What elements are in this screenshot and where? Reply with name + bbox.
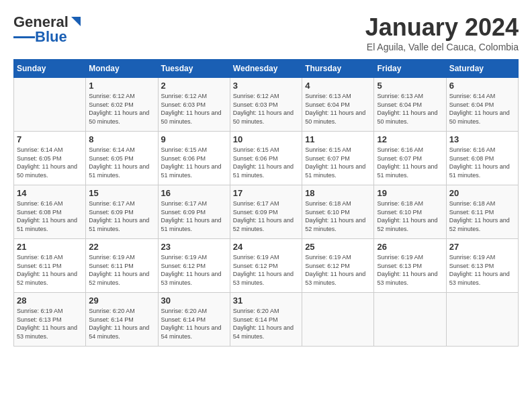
header-day-sunday: Sunday [14, 60, 86, 78]
day-number: 5 [377, 81, 443, 91]
calendar-cell: 20Sunrise: 6:18 AMSunset: 6:11 PMDayligh… [446, 185, 518, 239]
cell-info: Sunrise: 6:20 AMSunset: 6:14 PMDaylight:… [89, 308, 149, 340]
cell-info: Sunrise: 6:15 AMSunset: 6:07 PMDaylight:… [305, 146, 365, 179]
cell-info: Sunrise: 6:13 AMSunset: 6:04 PMDaylight:… [305, 93, 365, 125]
calendar-cell [302, 293, 374, 347]
calendar-cell: 8Sunrise: 6:14 AMSunset: 6:05 PMDaylight… [86, 132, 158, 185]
day-number: 13 [449, 134, 515, 144]
cell-info: Sunrise: 6:18 AMSunset: 6:10 PMDaylight:… [305, 200, 365, 232]
day-number: 31 [233, 295, 299, 306]
calendar-table: SundayMondayTuesdayWednesdayThursdayFrid… [13, 59, 519, 347]
calendar-cell: 4Sunrise: 6:13 AMSunset: 6:04 PMDaylight… [302, 78, 374, 132]
cell-info: Sunrise: 6:19 AMSunset: 6:12 PMDaylight:… [233, 254, 294, 286]
cell-info: Sunrise: 6:14 AMSunset: 6:04 PMDaylight:… [449, 93, 510, 125]
cell-info: Sunrise: 6:19 AMSunset: 6:12 PMDaylight:… [161, 254, 222, 286]
calendar-cell: 6Sunrise: 6:14 AMSunset: 6:04 PMDaylight… [446, 78, 518, 132]
header-day-tuesday: Tuesday [158, 60, 230, 78]
cell-info: Sunrise: 6:13 AMSunset: 6:04 PMDaylight:… [377, 93, 437, 125]
cell-info: Sunrise: 6:17 AMSunset: 6:09 PMDaylight:… [89, 200, 149, 232]
cell-info: Sunrise: 6:16 AMSunset: 6:07 PMDaylight:… [377, 146, 437, 179]
calendar-cell: 19Sunrise: 6:18 AMSunset: 6:10 PMDayligh… [374, 185, 446, 239]
calendar-cell: 2Sunrise: 6:12 AMSunset: 6:03 PMDaylight… [158, 78, 230, 132]
calendar-week-3: 14Sunrise: 6:16 AMSunset: 6:08 PMDayligh… [14, 185, 519, 239]
day-number: 6 [449, 81, 515, 91]
calendar-week-2: 7Sunrise: 6:14 AMSunset: 6:05 PMDaylight… [14, 132, 519, 185]
header-day-wednesday: Wednesday [230, 60, 302, 78]
calendar-cell: 30Sunrise: 6:20 AMSunset: 6:14 PMDayligh… [158, 293, 230, 347]
calendar-header-row: SundayMondayTuesdayWednesdayThursdayFrid… [14, 60, 519, 78]
calendar-cell: 1Sunrise: 6:12 AMSunset: 6:02 PMDaylight… [86, 78, 158, 132]
calendar-cell [446, 293, 518, 347]
cell-info: Sunrise: 6:12 AMSunset: 6:03 PMDaylight:… [161, 93, 222, 125]
calendar-cell: 11Sunrise: 6:15 AMSunset: 6:07 PMDayligh… [302, 132, 374, 185]
cell-info: Sunrise: 6:12 AMSunset: 6:03 PMDaylight:… [233, 93, 294, 125]
calendar-cell: 13Sunrise: 6:16 AMSunset: 6:08 PMDayligh… [446, 132, 518, 185]
header-day-friday: Friday [374, 60, 446, 78]
calendar-cell [14, 78, 86, 132]
cell-info: Sunrise: 6:19 AMSunset: 6:12 PMDaylight:… [305, 254, 365, 286]
calendar-cell: 15Sunrise: 6:17 AMSunset: 6:09 PMDayligh… [86, 185, 158, 239]
cell-info: Sunrise: 6:14 AMSunset: 6:05 PMDaylight:… [17, 146, 77, 179]
calendar-cell: 27Sunrise: 6:19 AMSunset: 6:13 PMDayligh… [446, 239, 518, 293]
calendar-cell: 5Sunrise: 6:13 AMSunset: 6:04 PMDaylight… [374, 78, 446, 132]
day-number: 21 [17, 242, 83, 252]
day-number: 12 [377, 134, 443, 144]
svg-marker-0 [71, 17, 81, 26]
day-number: 25 [305, 242, 371, 252]
calendar-cell: 29Sunrise: 6:20 AMSunset: 6:14 PMDayligh… [86, 293, 158, 347]
cell-info: Sunrise: 6:12 AMSunset: 6:02 PMDaylight:… [89, 93, 149, 125]
day-number: 16 [161, 188, 227, 198]
title-block: January 2024 El Aguila, Valle del Cauca,… [365, 13, 519, 52]
calendar-cell: 26Sunrise: 6:19 AMSunset: 6:13 PMDayligh… [374, 239, 446, 293]
cell-info: Sunrise: 6:16 AMSunset: 6:08 PMDaylight:… [449, 146, 510, 179]
cell-info: Sunrise: 6:19 AMSunset: 6:13 PMDaylight:… [377, 254, 437, 286]
calendar-cell: 12Sunrise: 6:16 AMSunset: 6:07 PMDayligh… [374, 132, 446, 185]
day-number: 4 [305, 81, 371, 91]
calendar-week-1: 1Sunrise: 6:12 AMSunset: 6:02 PMDaylight… [14, 78, 519, 132]
calendar-cell: 9Sunrise: 6:15 AMSunset: 6:06 PMDaylight… [158, 132, 230, 185]
header-day-saturday: Saturday [446, 60, 518, 78]
day-number: 1 [89, 81, 154, 91]
day-number: 20 [449, 188, 515, 198]
header-day-monday: Monday [86, 60, 158, 78]
logo: General Blue [13, 13, 82, 46]
calendar-cell: 25Sunrise: 6:19 AMSunset: 6:12 PMDayligh… [302, 239, 374, 293]
day-number: 27 [449, 242, 515, 252]
logo-arrow-icon [69, 15, 82, 29]
calendar-cell: 14Sunrise: 6:16 AMSunset: 6:08 PMDayligh… [14, 185, 86, 239]
cell-info: Sunrise: 6:16 AMSunset: 6:08 PMDaylight:… [17, 200, 77, 232]
cell-info: Sunrise: 6:18 AMSunset: 6:11 PMDaylight:… [17, 254, 77, 286]
day-number: 10 [233, 134, 299, 144]
cell-info: Sunrise: 6:17 AMSunset: 6:09 PMDaylight:… [161, 200, 222, 232]
day-number: 30 [161, 295, 227, 306]
cell-info: Sunrise: 6:19 AMSunset: 6:13 PMDaylight:… [449, 254, 510, 286]
cell-info: Sunrise: 6:20 AMSunset: 6:14 PMDaylight:… [161, 308, 222, 340]
day-number: 7 [17, 134, 83, 144]
day-number: 26 [377, 242, 443, 252]
day-number: 17 [233, 188, 299, 198]
calendar-week-4: 21Sunrise: 6:18 AMSunset: 6:11 PMDayligh… [14, 239, 519, 293]
cell-info: Sunrise: 6:19 AMSunset: 6:13 PMDaylight:… [17, 308, 77, 340]
logo-blue: Blue [35, 28, 67, 46]
cell-info: Sunrise: 6:18 AMSunset: 6:11 PMDaylight:… [449, 200, 510, 232]
calendar-cell: 17Sunrise: 6:17 AMSunset: 6:09 PMDayligh… [230, 185, 302, 239]
calendar-cell: 23Sunrise: 6:19 AMSunset: 6:12 PMDayligh… [158, 239, 230, 293]
day-number: 24 [233, 242, 299, 252]
day-number: 15 [89, 188, 154, 198]
day-number: 2 [161, 81, 227, 91]
calendar-cell: 7Sunrise: 6:14 AMSunset: 6:05 PMDaylight… [14, 132, 86, 185]
calendar-cell: 31Sunrise: 6:20 AMSunset: 6:14 PMDayligh… [230, 293, 302, 347]
cell-info: Sunrise: 6:14 AMSunset: 6:05 PMDaylight:… [89, 146, 149, 179]
location: El Aguila, Valle del Cauca, Colombia [365, 42, 519, 52]
cell-info: Sunrise: 6:17 AMSunset: 6:09 PMDaylight:… [233, 200, 294, 232]
calendar-cell: 10Sunrise: 6:15 AMSunset: 6:06 PMDayligh… [230, 132, 302, 185]
day-number: 8 [89, 134, 154, 144]
calendar-cell: 16Sunrise: 6:17 AMSunset: 6:09 PMDayligh… [158, 185, 230, 239]
cell-info: Sunrise: 6:15 AMSunset: 6:06 PMDaylight:… [161, 146, 222, 179]
cell-info: Sunrise: 6:15 AMSunset: 6:06 PMDaylight:… [233, 146, 294, 179]
calendar-cell: 21Sunrise: 6:18 AMSunset: 6:11 PMDayligh… [14, 239, 86, 293]
day-number: 28 [17, 295, 83, 306]
calendar-cell: 18Sunrise: 6:18 AMSunset: 6:10 PMDayligh… [302, 185, 374, 239]
cell-info: Sunrise: 6:20 AMSunset: 6:14 PMDaylight:… [233, 308, 294, 340]
calendar-cell: 24Sunrise: 6:19 AMSunset: 6:12 PMDayligh… [230, 239, 302, 293]
